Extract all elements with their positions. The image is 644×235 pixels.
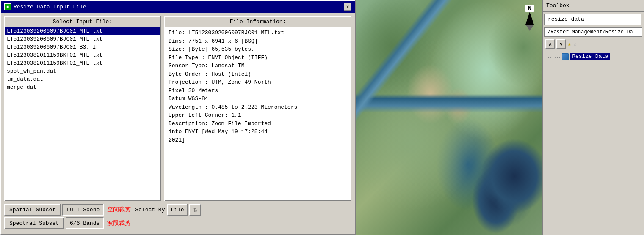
spectral-subset-button[interactable]: Spectral Subset: [4, 217, 64, 229]
title-bar: ■ Resize Data Input File ✕: [1, 1, 355, 13]
file-info-header: File Information:: [165, 17, 351, 27]
spatial-row: Spatial Subset Full Scene 空间裁剪 Select By…: [4, 204, 351, 216]
dialog-content: Select Input File: LT51230392006097BJC01…: [1, 13, 355, 234]
file-info-panel: File Information: File: LT51230392006097…: [164, 16, 351, 201]
toolbox-item-icon: [562, 53, 569, 60]
toolbox-panel: Toolbox /Raster Management/Resize Da ∧ ∨…: [542, 0, 644, 235]
file-info-line: Byte Order : Host (Intel): [169, 70, 347, 79]
file-list-item[interactable]: LT51230392006097BJC01_B3.TIF: [5, 43, 160, 51]
file-list-item[interactable]: spot_wh_pan.dat: [5, 67, 160, 75]
toolbox-tree: ...... Resize Data: [543, 50, 644, 63]
toolbox-nav-down-button[interactable]: ∨: [556, 39, 566, 49]
file-info-line: Projection : UTM, Zone 49 North: [169, 78, 347, 87]
arrow-down-shape: [525, 25, 534, 31]
file-info-line: Dims: 7751 x 6941 x 6 [BSQ]: [169, 37, 347, 46]
toolbox-nav-up-button[interactable]: ∧: [545, 39, 555, 49]
toolbox-star-empty-icon[interactable]: ☆: [573, 40, 578, 48]
title-bar-left: ■ Resize Data Input File: [4, 3, 86, 10]
satellite-image: [356, 0, 542, 235]
toolbox-item-dots: ......: [547, 54, 560, 60]
toolbox-item-label[interactable]: Resize Data: [570, 53, 610, 60]
file-info-line: Wavelength : 0.485 to 2.223 Micrometers: [169, 103, 347, 112]
file-info-line: Sensor Type: Landsat TM: [169, 62, 347, 70]
toolbox-star-filled-icon[interactable]: ★: [567, 40, 572, 48]
toolbox-path: /Raster Management/Resize Da: [544, 27, 642, 37]
file-info-line: File: LT51230392006097BJC01_MTL.txt: [169, 29, 347, 37]
toolbox-title: Toolbox: [543, 0, 644, 12]
spatial-subset-value: Full Scene: [62, 204, 104, 216]
file-info-line: File Type : ENVI Object (TIFF): [169, 54, 347, 62]
dialog-title: Resize Data Input File: [14, 4, 86, 10]
arrow-up-shape: [525, 12, 534, 25]
north-letter: N: [525, 5, 534, 12]
toolbox-search-input[interactable]: [544, 14, 641, 25]
north-arrow: N: [522, 5, 537, 30]
file-info-line: 2021]: [169, 136, 347, 145]
spatial-subset-button[interactable]: Spatial Subset: [4, 204, 61, 216]
file-list-item[interactable]: LT51230382011159BKT01_MTL.txt: [5, 51, 160, 59]
dialog-icon: ■: [4, 3, 11, 10]
select-by-label: Select By: [134, 207, 166, 213]
satellite-image-area: N: [356, 0, 542, 235]
panels-row: Select Input File: LT51230392006097BJC01…: [4, 16, 351, 201]
file-info-line: Upper Left Corner: 1,1: [169, 111, 347, 120]
file-list-item[interactable]: tm_data.dat: [5, 75, 160, 83]
file-list-panel: Select Input File: LT51230392006097BJC01…: [4, 16, 161, 201]
file-info-line: Pixel 30 Meters: [169, 87, 347, 95]
file-list-item[interactable]: LT51230382011159BKT01_MTL.txt: [5, 59, 160, 67]
resize-data-dialog: ■ Resize Data Input File ✕ Select Input …: [0, 0, 356, 235]
spatial-chinese-label: 空间裁剪: [105, 206, 133, 213]
file-info-line: Description: Zoom File Imported: [169, 120, 347, 128]
file-info-body: File: LT51230392006097BJC01_MTL.txtDims:…: [165, 27, 351, 200]
toolbox-tree-item[interactable]: ...... Resize Data: [545, 52, 641, 61]
file-list-item[interactable]: LT51230392006097BJC01_MTL.txt: [5, 27, 160, 35]
close-button[interactable]: ✕: [344, 3, 351, 11]
spectral-subset-value: 6/6 Bands: [66, 217, 104, 229]
spectral-row: Spectral Subset 6/6 Bands 波段裁剪: [4, 217, 351, 229]
select-by-arrow-button[interactable]: ⇅: [189, 204, 201, 216]
file-info-line: Datum WGS-84: [169, 95, 347, 103]
toolbox-controls: ∧ ∨ ★ ☆: [543, 38, 644, 50]
spectral-chinese-label: 波段裁剪: [105, 219, 133, 227]
file-info-line: Size: [Byte] 65,535 bytes.: [169, 45, 347, 54]
bottom-controls: Spatial Subset Full Scene 空间裁剪 Select By…: [4, 204, 351, 231]
file-list-item[interactable]: merge.dat: [5, 83, 160, 91]
select-by-file-button[interactable]: File: [167, 204, 187, 216]
file-info-line: into ENVI [Wed May 19 17:28:44: [169, 128, 347, 136]
file-list-item[interactable]: LT51230392006097BJC01_MTL.txt: [5, 35, 160, 43]
file-list-header: Select Input File:: [5, 17, 160, 27]
file-list-body[interactable]: LT51230392006097BJC01_MTL.txtLT512303920…: [5, 27, 160, 200]
